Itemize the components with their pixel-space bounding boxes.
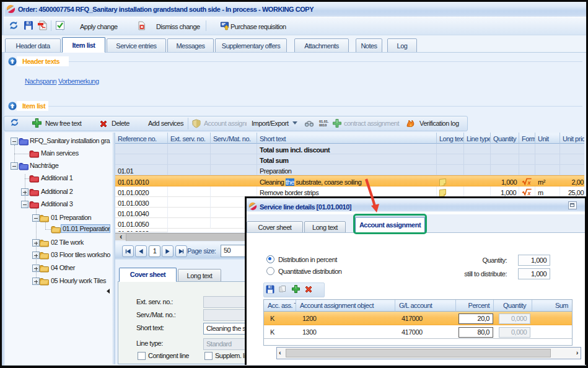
svg-text:x: x: [527, 190, 532, 196]
svg-text:x: x: [527, 180, 532, 186]
